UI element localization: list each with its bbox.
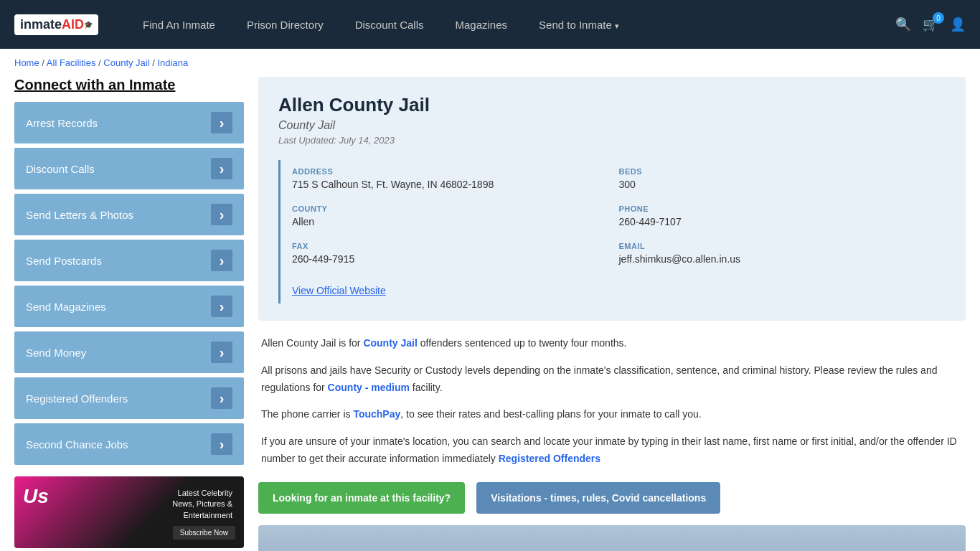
chevron-icon	[220, 390, 225, 407]
sidebar-label-send-magazines: Send Magazines	[26, 301, 106, 313]
chevron-icon	[220, 298, 225, 315]
sidebar-item-registered-offenders[interactable]: Registered Offenders	[14, 377, 244, 419]
chevron-icon	[220, 253, 225, 269]
facility-image	[258, 525, 966, 551]
county-medium-link[interactable]: County - medium	[328, 382, 410, 393]
sidebar-label-arrest-records: Arrest Records	[26, 117, 98, 129]
facility-updated: Last Updated: July 14, 2023	[278, 135, 946, 146]
sidebar-label-send-money: Send Money	[26, 347, 86, 359]
beds-label: BEDS	[619, 167, 946, 176]
breadcrumb-all-facilities[interactable]: All Facilities	[47, 57, 96, 68]
sidebar-arrow-send-money	[211, 342, 232, 363]
county-cell: COUNTY Allen	[292, 197, 619, 235]
find-inmate-button[interactable]: Looking for an inmate at this facility?	[258, 482, 465, 514]
sidebar-item-send-money[interactable]: Send Money	[14, 331, 244, 373]
cart-icon-wrapper[interactable]: 0	[923, 17, 938, 32]
sidebar-label-send-postcards: Send Postcards	[26, 255, 102, 267]
phone-label: PHONE	[619, 204, 946, 213]
user-icon[interactable]	[950, 17, 966, 32]
sidebar-label-send-letters: Send Letters & Photos	[26, 209, 133, 221]
ad-logo: Us	[23, 485, 49, 508]
ad-text: Latest CelebrityNews, Pictures &Entertai…	[166, 482, 238, 527]
desc-para1: Allen County Jail is for County Jail off…	[261, 335, 963, 352]
nav-discount-calls[interactable]: Discount Calls	[339, 0, 440, 49]
chevron-icon	[220, 115, 225, 131]
sidebar-title: Connect with an Inmate	[14, 77, 244, 93]
fax-value: 260-449-7915	[292, 253, 619, 265]
main-layout: Connect with an Inmate Arrest Records Di…	[0, 77, 980, 551]
sidebar-arrow-send-letters	[211, 204, 232, 225]
breadcrumb-home[interactable]: Home	[14, 57, 39, 68]
search-icon[interactable]	[895, 17, 911, 32]
logo[interactable]: inmateAID🎓	[14, 14, 98, 35]
registered-offenders-link[interactable]: Registered Offenders	[499, 453, 600, 464]
logo-aid: AID	[62, 17, 84, 32]
breadcrumb-county-jail[interactable]: County Jail	[103, 57, 149, 68]
county-value: Allen	[292, 216, 619, 227]
sidebar-arrow-send-magazines	[211, 296, 232, 317]
address-value: 715 S Calhoun St, Ft. Wayne, IN 46802-18…	[292, 179, 619, 190]
logo-text: inmate	[20, 17, 62, 32]
sidebar-item-discount-calls[interactable]: Discount Calls	[14, 148, 244, 189]
phone-value: 260-449-7107	[619, 216, 946, 227]
email-cell: EMAIL jeff.shimkus@co.allen.in.us	[619, 235, 946, 272]
description: Allen County Jail is for County Jail off…	[258, 335, 966, 468]
desc-para2: All prisons and jails have Security or C…	[261, 362, 963, 397]
navbar-icons: 0	[895, 17, 966, 32]
logo-hat: 🎓	[84, 21, 93, 29]
nav-links: Find An Inmate Prison Directory Discount…	[127, 0, 895, 49]
facility-card: Allen County Jail County Jail Last Updat…	[258, 77, 966, 321]
phone-cell: PHONE 260-449-7107	[619, 197, 946, 235]
logo-box: inmateAID🎓	[14, 14, 98, 35]
sidebar-item-arrest-records[interactable]: Arrest Records	[14, 102, 244, 143]
official-website-cell: View Official Website	[292, 272, 946, 303]
breadcrumb-indiana[interactable]: Indiana	[157, 57, 188, 68]
nav-send-to-inmate[interactable]: Send to Inmate	[523, 0, 635, 49]
email-label: EMAIL	[619, 242, 946, 250]
county-label: COUNTY	[292, 204, 619, 213]
sidebar-arrow-arrest-records	[211, 112, 232, 133]
beds-value: 300	[619, 179, 946, 190]
breadcrumb: Home / All Facilities / County Jail / In…	[0, 49, 980, 77]
action-buttons: Looking for an inmate at this facility? …	[258, 482, 966, 514]
chevron-icon	[220, 344, 225, 361]
chevron-icon	[220, 161, 225, 177]
sidebar-ad[interactable]: Us Latest CelebrityNews, Pictures &Enter…	[14, 476, 244, 548]
nav-find-inmate[interactable]: Find An Inmate	[127, 0, 231, 49]
touchpay-link[interactable]: TouchPay	[353, 408, 400, 420]
sidebar-item-send-postcards[interactable]: Send Postcards	[14, 240, 244, 281]
facility-type: County Jail	[278, 119, 946, 132]
sidebar-label-second-chance: Second Chance Jobs	[26, 438, 128, 451]
desc-para4: If you are unsure of your inmate's locat…	[261, 433, 963, 468]
main-content: Allen County Jail County Jail Last Updat…	[258, 77, 966, 551]
visitations-button[interactable]: Visitations - times, rules, Covid cancel…	[476, 482, 720, 514]
official-website-link[interactable]: View Official Website	[292, 285, 386, 296]
sidebar-item-second-chance[interactable]: Second Chance Jobs	[14, 423, 244, 465]
county-jail-link[interactable]: County Jail	[363, 337, 417, 349]
desc-para3: The phone carrier is TouchPay, to see th…	[261, 406, 963, 423]
sidebar-arrow-discount-calls	[211, 158, 232, 179]
sidebar-item-send-magazines[interactable]: Send Magazines	[14, 286, 244, 327]
sidebar-label-discount-calls: Discount Calls	[26, 163, 95, 175]
sidebar: Connect with an Inmate Arrest Records Di…	[14, 77, 244, 551]
navbar: inmateAID🎓 Find An Inmate Prison Directo…	[0, 0, 980, 49]
address-label: ADDRESS	[292, 167, 619, 176]
sidebar-item-send-letters[interactable]: Send Letters & Photos	[14, 194, 244, 235]
sidebar-arrow-send-postcards	[211, 250, 232, 271]
address-cell: ADDRESS 715 S Calhoun St, Ft. Wayne, IN …	[292, 160, 619, 197]
sidebar-arrow-registered-offenders	[211, 387, 232, 409]
sidebar-arrow-second-chance	[211, 433, 232, 455]
facility-name: Allen County Jail	[278, 94, 946, 116]
cart-badge: 0	[933, 12, 944, 24]
fax-cell: FAX 260-449-7915	[292, 235, 619, 272]
fax-label: FAX	[292, 242, 619, 250]
ad-subscribe-button[interactable]: Subscribe Now	[173, 526, 235, 540]
sidebar-label-registered-offenders: Registered Offenders	[26, 392, 128, 405]
beds-cell: BEDS 300	[619, 160, 946, 197]
dropdown-arrow-icon	[615, 19, 619, 31]
nav-prison-directory[interactable]: Prison Directory	[231, 0, 339, 49]
nav-magazines[interactable]: Magazines	[440, 0, 524, 49]
chevron-icon	[220, 207, 225, 223]
info-grid: ADDRESS 715 S Calhoun St, Ft. Wayne, IN …	[278, 160, 946, 303]
email-value: jeff.shimkus@co.allen.in.us	[619, 253, 946, 265]
